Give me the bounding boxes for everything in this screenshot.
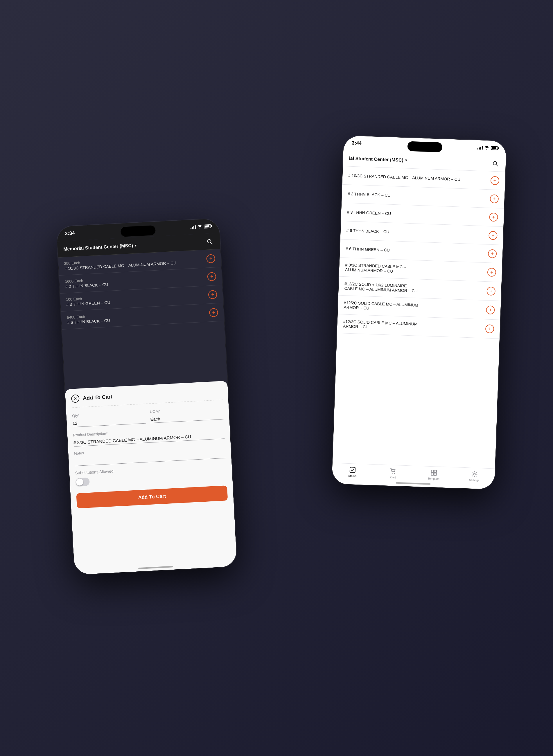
nav-title-front: ial Student Center (MSC) ▾ bbox=[349, 156, 407, 163]
search-icon-front bbox=[492, 160, 498, 166]
home-indicator-back bbox=[138, 566, 173, 569]
product-name: #12/2C SOLID + 16/2 LUMINAIRECABLE MC – … bbox=[344, 281, 483, 296]
add-item-button[interactable]: + bbox=[486, 287, 495, 296]
wifi-icon-front bbox=[484, 146, 489, 150]
qty-group: Qty* bbox=[72, 410, 146, 427]
product-name: # 2 THHN BLACK – CU bbox=[348, 191, 486, 201]
modal-title: Add To Cart bbox=[83, 394, 113, 401]
nav-title-back: Memorial Student Center (MSC) ▾ bbox=[63, 243, 137, 252]
substitutions-toggle[interactable] bbox=[76, 478, 90, 486]
cart-tab-icon bbox=[390, 468, 396, 475]
phone-front: 3:44 bbox=[332, 135, 506, 489]
product-name: #12/2C SOLID CABLE MC – ALUMINUMARMOR – … bbox=[343, 300, 483, 314]
product-name: #12/3C SOLID CABLE MC – ALUMINUMARMOR – … bbox=[343, 319, 482, 333]
product-name: # 3 THHN GREEN – CU bbox=[347, 210, 486, 219]
dropdown-arrow-front[interactable]: ▾ bbox=[405, 158, 407, 162]
search-icon-back bbox=[207, 239, 213, 245]
tab-settings[interactable]: Settings bbox=[454, 470, 495, 482]
product-list-back: 250 Each # 10/3C STRANDED CABLE MC – ALU… bbox=[58, 249, 237, 575]
dropdown-arrow-back[interactable]: ▾ bbox=[135, 243, 137, 247]
search-button-back[interactable] bbox=[205, 237, 215, 247]
product-name: # 6 THHN GREEN – CU bbox=[345, 246, 484, 256]
tab-status[interactable]: Status bbox=[332, 466, 373, 478]
product-list-front: # 10/3C STRANDED CABLE MC – ALUMINUM ARM… bbox=[332, 166, 505, 469]
cart-tab-label: Cart bbox=[390, 476, 396, 479]
svg-line-1 bbox=[211, 243, 212, 244]
svg-rect-8 bbox=[434, 470, 437, 472]
add-item-button[interactable]: + bbox=[206, 254, 216, 263]
product-name: # 6 THHN BLACK – CU bbox=[346, 228, 485, 238]
search-button-front[interactable] bbox=[490, 159, 500, 168]
settings-tab-icon bbox=[471, 471, 478, 478]
tab-cart[interactable]: Cart bbox=[373, 467, 414, 480]
close-modal-button[interactable]: ✕ bbox=[71, 394, 80, 403]
template-tab-icon bbox=[430, 469, 437, 476]
phones-container: 3:34 bbox=[73, 30, 480, 726]
add-item-button[interactable]: + bbox=[490, 176, 499, 185]
add-item-button[interactable]: + bbox=[207, 272, 216, 281]
toggle-thumb bbox=[76, 478, 83, 486]
settings-tab-label: Settings bbox=[469, 478, 480, 482]
add-item-button[interactable]: + bbox=[208, 290, 217, 299]
add-to-cart-modal: ✕ Add To Cart Qty* UOM* bbox=[65, 381, 237, 575]
svg-rect-7 bbox=[431, 470, 433, 472]
add-item-button[interactable]: + bbox=[209, 308, 218, 317]
signal-icon-front bbox=[477, 146, 483, 150]
qty-uom-row: Qty* UOM* bbox=[72, 405, 224, 427]
add-item-button[interactable]: + bbox=[487, 268, 496, 277]
uom-input[interactable] bbox=[150, 412, 224, 423]
add-item-button[interactable]: + bbox=[490, 194, 499, 203]
add-to-cart-button[interactable]: Add To Cart bbox=[76, 485, 228, 508]
svg-rect-9 bbox=[431, 473, 433, 475]
add-item-button[interactable]: + bbox=[489, 212, 498, 221]
modal-header: ✕ Add To Cart bbox=[71, 387, 223, 403]
svg-line-3 bbox=[496, 165, 498, 166]
substitutions-container: Substitutions Allowed bbox=[75, 463, 227, 486]
desc-group: Product Description* bbox=[73, 425, 225, 447]
product-name: # 8/3C STRANDED CABLE MC –ALUMINUM ARMOR… bbox=[345, 263, 484, 277]
wifi-icon bbox=[198, 225, 203, 228]
add-item-button[interactable]: + bbox=[488, 249, 497, 258]
qty-input[interactable] bbox=[72, 416, 146, 427]
add-item-button[interactable]: + bbox=[485, 324, 494, 333]
template-tab-label: Template bbox=[428, 477, 440, 480]
status-time-front: 3:44 bbox=[352, 140, 362, 146]
tab-template[interactable]: Template bbox=[413, 469, 454, 481]
svg-point-5 bbox=[392, 473, 393, 474]
battery-icon-front bbox=[491, 146, 498, 150]
add-item-button[interactable]: + bbox=[488, 231, 497, 240]
product-name: # 10/3C STRANDED CABLE MC – ALUMINUM ARM… bbox=[348, 173, 487, 183]
status-icons-front bbox=[477, 146, 498, 150]
svg-point-11 bbox=[474, 473, 475, 475]
dynamic-island-front bbox=[407, 141, 442, 152]
status-tab-label: Status bbox=[348, 474, 357, 478]
dynamic-island bbox=[121, 225, 156, 237]
add-item-button[interactable]: + bbox=[486, 305, 495, 314]
svg-rect-10 bbox=[434, 473, 436, 475]
battery-icon bbox=[204, 224, 212, 228]
status-time-back: 3:34 bbox=[65, 230, 75, 237]
status-icons-back bbox=[190, 224, 212, 229]
phone-back: 3:34 bbox=[56, 218, 237, 575]
notes-group: Notes bbox=[74, 443, 226, 466]
status-tab-icon bbox=[349, 467, 356, 473]
svg-point-6 bbox=[394, 473, 395, 474]
uom-group: UOM* bbox=[150, 405, 224, 423]
signal-icon bbox=[190, 225, 196, 229]
